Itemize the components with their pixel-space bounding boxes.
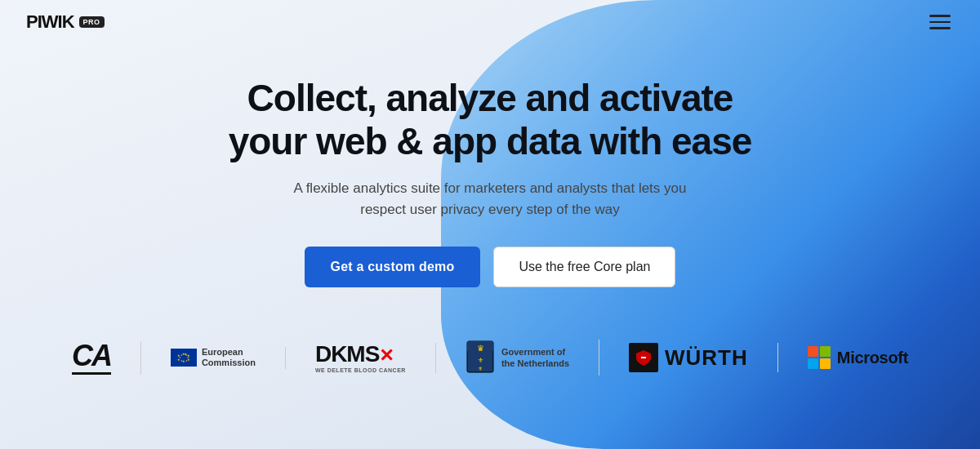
svg-text:⚜: ⚜ — [477, 357, 483, 364]
gov-text: Government ofthe Netherlands — [501, 346, 569, 370]
svg-rect-19 — [641, 357, 646, 358]
ms-square-green — [820, 346, 831, 357]
logos-bar: CA ★ ★ ★ ★ ★ ★ ★ ★ ★ ★ ★ — [0, 320, 980, 376]
logo-wurth: WÜRTH — [599, 343, 778, 372]
gov-emblem-icon: ♛ ⚜ ⚜ — [466, 340, 495, 376]
wurth-text: WÜRTH — [665, 345, 748, 371]
logo-text: PIWIK — [26, 11, 74, 33]
logo-badge: PRO — [79, 16, 105, 28]
hamburger-menu-button[interactable] — [926, 11, 954, 33]
free-core-plan-button[interactable]: Use the free Core plan — [493, 247, 675, 287]
ms-square-yellow — [820, 358, 831, 369]
logo-credit-agricole: CA — [42, 341, 141, 375]
ms-square-blue — [808, 358, 818, 369]
ca-logo-text: CA — [72, 341, 111, 375]
hamburger-line-2 — [929, 21, 951, 24]
ms-square-red — [808, 346, 818, 357]
logo-dkms: DKMS✕ WE DELETE BLOOD CANCER — [286, 343, 436, 373]
svg-text:♛: ♛ — [476, 344, 483, 353]
logo: PIWIK PRO — [26, 11, 105, 33]
wurth-logo-container: WÜRTH — [629, 343, 748, 372]
get-demo-button[interactable]: Get a custom demo — [305, 247, 481, 287]
navbar: PIWIK PRO — [0, 0, 980, 44]
hero-buttons: Get a custom demo Use the free Core plan — [305, 247, 676, 287]
eu-label: EuropeanCommission — [202, 347, 256, 368]
wurth-shield-icon — [635, 349, 653, 367]
dkms-main-text: DKMS✕ — [315, 343, 393, 366]
eu-text-block: ★ ★ ★ ★ ★ ★ ★ ★ ★ ★ ★ ★ ★ EuropeanCommis… — [171, 347, 256, 368]
eu-logo-container: ★ ★ ★ ★ ★ ★ ★ ★ ★ ★ ★ ★ ★ EuropeanCommis… — [171, 347, 256, 368]
logo-government-netherlands: ♛ ⚜ ⚜ Government ofthe Netherlands — [436, 340, 599, 376]
svg-text:★: ★ — [185, 359, 187, 362]
wurth-icon — [629, 343, 658, 372]
gov-logo-container: ♛ ⚜ ⚜ Government ofthe Netherlands — [466, 340, 569, 376]
microsoft-text: Microsoft — [837, 349, 908, 367]
svg-text:⚜: ⚜ — [478, 366, 483, 371]
dkms-logo-container: DKMS✕ WE DELETE BLOOD CANCER — [315, 343, 406, 373]
hero-section: Collect, analyze and activate your web &… — [0, 44, 980, 312]
eu-flag-icon: ★ ★ ★ ★ ★ ★ ★ ★ ★ ★ ★ ★ ★ — [171, 349, 197, 367]
dkms-sub-text: WE DELETE BLOOD CANCER — [315, 367, 406, 373]
logo-european-commission: ★ ★ ★ ★ ★ ★ ★ ★ ★ ★ ★ ★ ★ EuropeanCommis… — [141, 347, 286, 368]
hero-title: Collect, analyze and activate your web &… — [204, 77, 776, 163]
microsoft-logo-container: Microsoft — [808, 346, 908, 369]
hamburger-line-3 — [929, 27, 951, 29]
svg-text:★: ★ — [180, 359, 182, 362]
hamburger-line-1 — [929, 15, 951, 17]
svg-text:★: ★ — [178, 356, 180, 359]
microsoft-grid-icon — [808, 346, 831, 369]
logo-microsoft: Microsoft — [778, 346, 938, 369]
hero-subtitle: A flexible analytics suite for marketers… — [278, 178, 702, 221]
